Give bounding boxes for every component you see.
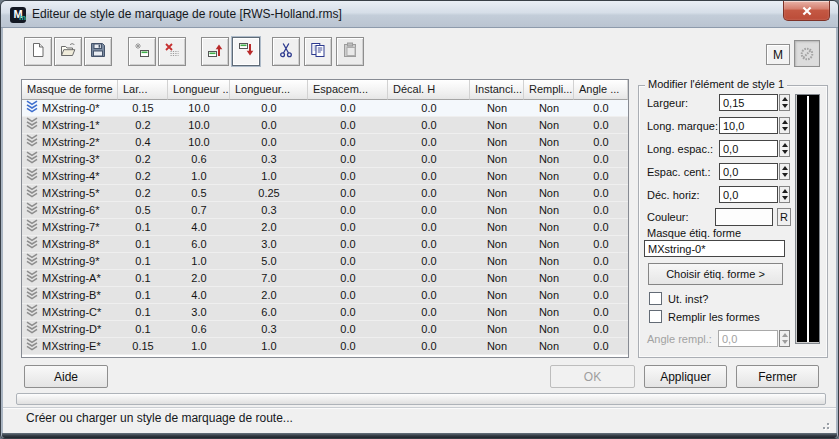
- espac-cent-field-spinner[interactable]: [779, 163, 790, 180]
- value-cell: 0.0: [388, 219, 470, 235]
- masque-cell: MXstring-D*: [22, 321, 118, 337]
- aide-button[interactable]: Aide: [24, 365, 108, 388]
- value-cell: 0.5: [168, 185, 230, 201]
- fermer-button[interactable]: Fermer: [736, 365, 819, 388]
- column-header-0[interactable]: Masque de forme: [22, 80, 118, 100]
- table-row[interactable]: MXstring-A*0.12.07.00.00.0NonNon0.0: [22, 270, 628, 287]
- column-header-2[interactable]: Longueur ...: [168, 80, 230, 100]
- masque-cell: MXstring-E*: [22, 338, 118, 354]
- delete-element-button[interactable]: [158, 37, 186, 66]
- table-row[interactable]: MXstring-D*0.10.60.30.00.0NonNon0.0: [22, 321, 628, 338]
- spin-up-icon: [782, 166, 788, 170]
- largeur-field-spinner[interactable]: [779, 94, 790, 111]
- cut-button[interactable]: [272, 37, 300, 66]
- angle-rempl-input: [718, 330, 778, 347]
- column-header-3[interactable]: Longueur...: [230, 80, 308, 100]
- long-marque-field-spinner[interactable]: [779, 117, 790, 134]
- table-row[interactable]: MXstring-0*0.1510.00.00.00.0NonNon0.0: [22, 100, 628, 117]
- m-button[interactable]: M: [766, 44, 790, 65]
- save-style-button[interactable]: [84, 37, 112, 66]
- masque-name: MXstring-6*: [42, 202, 99, 218]
- value-cell: 0.0: [574, 185, 628, 201]
- table-row[interactable]: MXstring-B*0.14.02.00.00.0NonNon0.0: [22, 287, 628, 304]
- value-cell: 0.0: [388, 338, 470, 354]
- spin-down-icon: [782, 127, 788, 131]
- value-cell: 1.0: [230, 338, 308, 354]
- value-cell: Non: [470, 253, 524, 269]
- choisir-etiq-forme-button[interactable]: Choisir étiq. forme >: [648, 263, 783, 285]
- couleur-swatch[interactable]: [715, 208, 773, 226]
- resize-grip[interactable]: [820, 420, 831, 431]
- table-row[interactable]: MXstring-4*0.21.01.00.00.0NonNon0.0: [22, 168, 628, 185]
- table-row[interactable]: MXstring-E*0.151.01.00.00.0NonNon0.0: [22, 338, 628, 355]
- value-cell: 0.0: [574, 253, 628, 269]
- value-cell: 0.1: [118, 270, 168, 286]
- masque-cell: MXstring-7*: [22, 219, 118, 235]
- new-element-icon: [134, 42, 150, 62]
- table-row[interactable]: MXstring-C*0.13.06.00.00.0NonNon0.0: [22, 304, 628, 321]
- marking-preview: [795, 94, 820, 344]
- long-marque-field-input[interactable]: [719, 117, 778, 134]
- table-row[interactable]: MXstring-3*0.20.60.30.00.0NonNon0.0: [22, 151, 628, 168]
- value-cell: Non: [524, 117, 574, 133]
- couleur-reset-button[interactable]: R: [777, 208, 791, 226]
- new-style-button[interactable]: [24, 37, 52, 66]
- value-cell: 0.7: [168, 202, 230, 218]
- column-header-4[interactable]: Espacem...: [308, 80, 388, 100]
- close-button[interactable]: [783, 1, 830, 21]
- appliquer-button[interactable]: Appliquer: [644, 365, 727, 388]
- ut-inst-checkbox[interactable]: [649, 292, 662, 305]
- value-cell: Non: [524, 151, 574, 167]
- move-element-down-button[interactable]: [232, 37, 260, 66]
- style-elements-table: Masque de formeLar...Longueur ...Longueu…: [21, 79, 629, 358]
- new-element-button[interactable]: [128, 37, 156, 66]
- remplir-formes-checkbox[interactable]: [649, 310, 662, 323]
- table-row[interactable]: MXstring-8*0.16.03.00.00.0NonNon0.0: [22, 236, 628, 253]
- value-cell: Non: [524, 287, 574, 303]
- table-row[interactable]: MXstring-6*0.50.70.30.00.0NonNon0.0: [22, 202, 628, 219]
- value-cell: 0.1: [118, 304, 168, 320]
- copy-button[interactable]: [304, 37, 332, 66]
- table-row[interactable]: MXstring-7*0.14.02.00.00.0NonNon0.0: [22, 219, 628, 236]
- value-cell: 0.0: [308, 338, 388, 354]
- value-cell: Non: [524, 321, 574, 337]
- column-header-8[interactable]: Angle ...: [574, 80, 628, 100]
- paste-button: [336, 37, 364, 66]
- masque-etiq-input[interactable]: [644, 240, 785, 257]
- dec-horiz-field-label: Déc. horiz:: [647, 189, 700, 201]
- dec-horiz-field-spinner[interactable]: [779, 186, 790, 203]
- move-element-up-button[interactable]: [201, 37, 229, 66]
- panel-title: Modifier l'élément de style 1: [645, 78, 787, 90]
- value-cell: 0.0: [574, 287, 628, 303]
- open-style-button[interactable]: [54, 37, 82, 66]
- largeur-field-input[interactable]: [719, 94, 778, 111]
- masque-cell: MXstring-3*: [22, 151, 118, 167]
- chevrons-icon: [25, 185, 39, 201]
- chevrons-icon: [25, 100, 39, 116]
- table-row[interactable]: MXstring-9*0.11.05.00.00.0NonNon0.0: [22, 253, 628, 270]
- column-header-5[interactable]: Décal. H: [388, 80, 470, 100]
- value-cell: 2.0: [230, 287, 308, 303]
- long-espac-field-spinner[interactable]: [779, 140, 790, 157]
- couleur-label: Couleur:: [647, 211, 689, 223]
- value-cell: Non: [524, 168, 574, 184]
- table-row[interactable]: MXstring-2*0.410.00.00.00.0NonNon0.0: [22, 134, 628, 151]
- value-cell: 0.1: [118, 219, 168, 235]
- table-row[interactable]: MXstring-1*0.210.00.00.00.0NonNon0.0: [22, 117, 628, 134]
- column-header-6[interactable]: Instanci...: [470, 80, 524, 100]
- spin-up-icon: [782, 189, 788, 193]
- ut-inst-label: Ut. inst?: [668, 293, 708, 305]
- value-cell: 0.0: [230, 134, 308, 150]
- titlebar[interactable]: Mm Editeur de style de marquage de route…: [1, 1, 838, 28]
- table-row[interactable]: MXstring-5*0.20.50.250.00.0NonNon0.0: [22, 185, 628, 202]
- column-header-1[interactable]: Lar...: [118, 80, 168, 100]
- espac-cent-field-input[interactable]: [719, 163, 778, 180]
- dec-horiz-field-input[interactable]: [719, 186, 778, 203]
- value-cell: Non: [470, 100, 524, 116]
- column-header-7[interactable]: Rempli...: [524, 80, 574, 100]
- value-cell: 0.0: [574, 304, 628, 320]
- long-espac-field-input[interactable]: [719, 140, 778, 157]
- value-cell: Non: [470, 321, 524, 337]
- value-cell: 0.1: [118, 321, 168, 337]
- app-icon: Mm: [10, 7, 26, 23]
